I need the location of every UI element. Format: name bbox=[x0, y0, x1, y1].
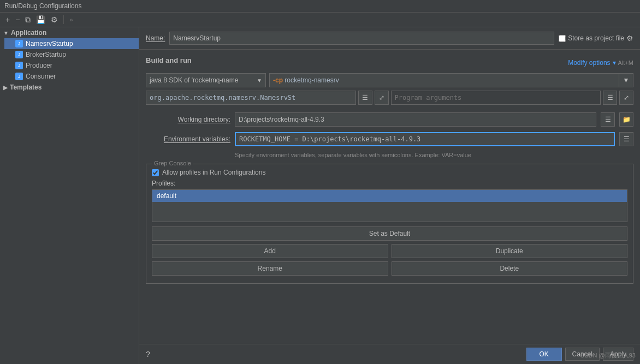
copy-config-button[interactable]: ⧉ bbox=[23, 15, 33, 25]
ok-button[interactable]: OK bbox=[526, 348, 562, 361]
env-vars-label: Environment variables: bbox=[146, 135, 230, 143]
duplicate-profile-button[interactable]: Duplicate bbox=[392, 244, 628, 258]
sidebar-section-application[interactable]: ▼ Application bbox=[0, 27, 139, 38]
profiles-list: default bbox=[152, 189, 627, 222]
toolbar-more-icon: » bbox=[69, 16, 73, 23]
modify-options-shortcut: Alt+M bbox=[618, 59, 633, 66]
main-class-input[interactable] bbox=[146, 91, 356, 105]
broker-icon: J bbox=[15, 51, 23, 58]
build-run-header: Build and run Modify options ▾ Alt+M bbox=[146, 56, 633, 69]
application-children: J NamesrvStartup J BrokerStartup J Produ… bbox=[0, 38, 139, 82]
cp-flag: -cp bbox=[273, 76, 283, 84]
working-dir-label: Working directory: bbox=[146, 116, 230, 123]
delete-profile-button[interactable]: Delete bbox=[392, 261, 628, 276]
main-content: ▼ Application J NamesrvStartup J BrokerS… bbox=[0, 27, 640, 364]
program-args-expand-icon[interactable]: ⤢ bbox=[619, 91, 633, 105]
producer-icon: J bbox=[15, 62, 23, 69]
sdk-dropdown[interactable]: java 8 SDK of 'rocketmq-name ▼ bbox=[146, 73, 266, 87]
add-profile-button[interactable]: Add bbox=[152, 244, 388, 258]
application-section-label: Application bbox=[11, 29, 46, 37]
sdk-row: java 8 SDK of 'rocketmq-name ▼ -cp rocke… bbox=[146, 73, 633, 87]
store-project-container: Store as project file ⚙ bbox=[559, 34, 633, 43]
allow-profiles-checkbox[interactable] bbox=[152, 169, 159, 176]
bottom-bar: ? OK Cancel Apply bbox=[139, 344, 640, 364]
env-vars-row: Environment variables: ☰ bbox=[146, 132, 633, 146]
profile-item-default[interactable]: default bbox=[152, 190, 627, 202]
consumer-label: Consumer bbox=[26, 73, 56, 80]
broker-label: BrokerStartup bbox=[26, 51, 66, 58]
sdk-value: java 8 SDK of 'rocketmq-name bbox=[150, 76, 238, 84]
program-args-input[interactable] bbox=[391, 91, 601, 105]
name-row: Name: Store as project file ⚙ bbox=[139, 27, 640, 50]
form-content: Build and run Modify options ▾ Alt+M jav… bbox=[139, 50, 640, 344]
profile-action-row: Add Duplicate bbox=[152, 244, 627, 258]
working-dir-browse-icon[interactable]: ☰ bbox=[601, 112, 615, 127]
add-config-button[interactable]: + bbox=[3, 15, 12, 25]
cp-field: -cp rocketmq-namesrv bbox=[269, 73, 619, 87]
modify-options-label: Modify options bbox=[568, 59, 610, 67]
help-button[interactable]: ? bbox=[146, 350, 150, 359]
name-input[interactable] bbox=[169, 32, 554, 45]
build-run-title: Build and run bbox=[146, 56, 192, 64]
application-arrow-icon: ▼ bbox=[3, 30, 9, 36]
store-project-label: Store as project file bbox=[568, 34, 624, 42]
grep-console-box: Grep Console Allow profiles in Run Confi… bbox=[146, 164, 633, 284]
sidebar-item-consumer[interactable]: J Consumer bbox=[4, 71, 139, 82]
templates-section-label: Templates bbox=[10, 83, 42, 91]
consumer-icon: J bbox=[15, 73, 23, 80]
modify-options-chevron-icon: ▾ bbox=[613, 59, 616, 67]
cp-value: rocketmq-namesrv bbox=[285, 76, 339, 84]
profile-action-row-2: Rename Delete bbox=[152, 261, 627, 276]
program-args-browse-icon[interactable]: ☰ bbox=[603, 91, 617, 105]
grep-console-label: Grep Console bbox=[152, 160, 193, 166]
sidebar: ▼ Application J NamesrvStartup J BrokerS… bbox=[0, 27, 139, 364]
main-class-row: ☰ ⤢ ☰ ⤢ bbox=[146, 91, 633, 105]
env-vars-hint: Specify environment variables, separate … bbox=[235, 152, 633, 158]
rename-profile-button[interactable]: Rename bbox=[152, 261, 388, 276]
env-vars-input[interactable] bbox=[235, 132, 615, 146]
toolbar: + − ⧉ 💾 ⚙ » bbox=[0, 13, 640, 27]
working-dir-input[interactable] bbox=[235, 112, 596, 127]
main-class-browse-icon[interactable]: ☰ bbox=[358, 91, 372, 105]
cp-dropdown-button[interactable]: ▼ bbox=[619, 73, 633, 87]
allow-profiles-label: Allow profiles in Run Configurations bbox=[162, 169, 265, 176]
working-dir-folder-icon[interactable]: 📁 bbox=[619, 112, 633, 127]
sidebar-item-broker[interactable]: J BrokerStartup bbox=[4, 49, 139, 60]
sdk-dropdown-arrow-icon: ▼ bbox=[257, 77, 262, 83]
env-vars-edit-icon[interactable]: ☰ bbox=[619, 132, 633, 146]
producer-label: Producer bbox=[26, 62, 52, 69]
settings-config-button[interactable]: ⚙ bbox=[49, 15, 60, 25]
store-project-checkbox[interactable] bbox=[559, 35, 566, 42]
remove-config-button[interactable]: − bbox=[13, 15, 22, 25]
templates-arrow-icon: ▶ bbox=[3, 85, 8, 91]
sidebar-section-templates[interactable]: ▶ Templates bbox=[0, 82, 139, 93]
toolbar-separator bbox=[63, 15, 64, 24]
profiles-label: Profiles: bbox=[152, 180, 627, 187]
save-config-button[interactable]: 💾 bbox=[34, 15, 48, 25]
watermark: CSDN @雨夜归人93 bbox=[580, 351, 636, 360]
namesrv-label: NamesrvStartup bbox=[26, 40, 73, 47]
cp-row: -cp rocketmq-namesrv ▼ bbox=[269, 73, 633, 87]
sidebar-item-namesrv[interactable]: J NamesrvStartup bbox=[4, 38, 139, 49]
working-dir-row: Working directory: ☰ 📁 bbox=[146, 112, 633, 127]
namesrv-icon: J bbox=[15, 40, 23, 47]
allow-profiles-row: Allow profiles in Run Configurations bbox=[152, 169, 627, 176]
run-debug-dialog: Run/Debug Configurations + − ⧉ 💾 ⚙ » ▼ A… bbox=[0, 0, 640, 364]
name-label: Name: bbox=[146, 34, 165, 42]
dialog-title: Run/Debug Configurations bbox=[4, 2, 81, 10]
store-project-settings-icon[interactable]: ⚙ bbox=[626, 34, 633, 43]
main-class-expand-icon[interactable]: ⤢ bbox=[375, 91, 389, 105]
right-panel: Name: Store as project file ⚙ Build and … bbox=[139, 27, 640, 364]
sidebar-item-producer[interactable]: J Producer bbox=[4, 60, 139, 71]
modify-options-button[interactable]: Modify options ▾ Alt+M bbox=[568, 59, 633, 67]
set-default-button[interactable]: Set as Default bbox=[152, 226, 627, 241]
title-bar: Run/Debug Configurations bbox=[0, 0, 640, 13]
